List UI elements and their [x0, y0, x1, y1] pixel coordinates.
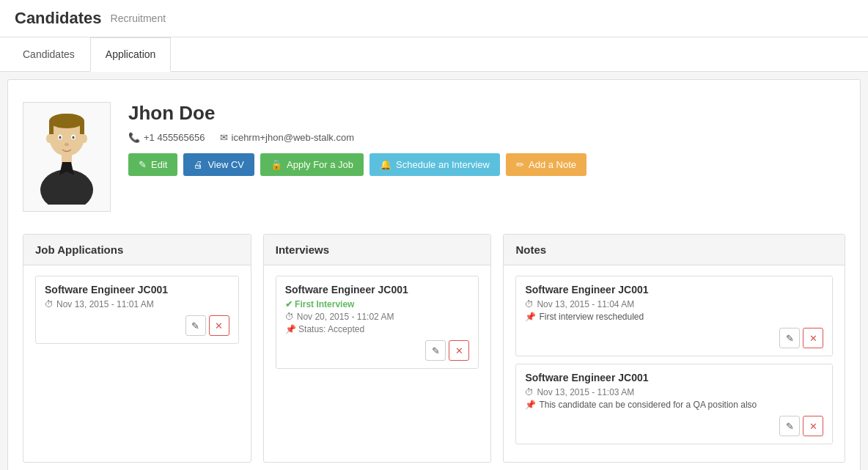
tab-candidates[interactable]: Candidates	[7, 37, 90, 72]
profile-info: Jhon Doe 📞 +1 455565656 ✉ icehrm+jhon@we…	[128, 102, 845, 176]
edit-note-1-button[interactable]: ✎	[779, 328, 800, 348]
interviews-header: Interviews	[264, 235, 491, 265]
pencil-icon: ✏	[516, 159, 524, 170]
clock-icon-4: ⏱	[525, 387, 534, 397]
svg-point-10	[59, 136, 62, 139]
email-contact: ✉ icehrm+jhon@web-stalk.com	[220, 132, 354, 143]
delete-job-app-button[interactable]: ✕	[209, 315, 229, 336]
tabs-bar: Candidates Application	[0, 37, 868, 72]
cards-section: Job Applications Software Engineer JC001…	[23, 234, 845, 463]
clock-icon: ⏱	[45, 299, 54, 309]
main-content: Jhon Doe 📞 +1 455565656 ✉ icehrm+jhon@we…	[7, 79, 861, 470]
page-subtitle: Recruitment	[111, 12, 166, 24]
interview-stage: ✔ First Interview	[285, 299, 470, 309]
note-1-actions: ✎ ✕	[525, 328, 823, 348]
delete-note-1-button[interactable]: ✕	[803, 328, 823, 348]
clock-icon-3: ⏱	[525, 299, 534, 309]
edit-interview-button[interactable]: ✎	[425, 340, 446, 361]
job-app-title: Software Engineer JC001	[45, 284, 229, 295]
candidate-name: Jhon Doe	[128, 102, 845, 125]
tab-application[interactable]: Application	[90, 37, 172, 72]
interview-title: Software Engineer JC001	[285, 284, 470, 295]
avatar-image	[30, 109, 103, 205]
edit-button[interactable]: ✎ Edit	[128, 153, 177, 176]
svg-point-13	[46, 134, 52, 143]
phone-icon: 📞	[128, 132, 140, 143]
interviews-card: Interviews Software Engineer JC001 ✔ Fir…	[263, 234, 492, 463]
note-2-text: 📌 This candidate can be considered for a…	[525, 400, 823, 410]
note-2-title: Software Engineer JC001	[525, 372, 823, 383]
edit-note-2-button[interactable]: ✎	[779, 416, 800, 436]
top-bar: Candidates Recruitment	[0, 0, 868, 37]
clock-icon-2: ⏱	[285, 312, 294, 322]
action-buttons: ✎ Edit 🖨 View CV 🔒 Apply For a Job 🔔 Sch…	[128, 153, 845, 176]
note-1-text: 📌 First interview rescheduled	[525, 312, 823, 322]
email-address: icehrm+jhon@web-stalk.com	[232, 132, 354, 143]
phone-number: +1 455565656	[144, 132, 205, 143]
job-applications-card: Job Applications Software Engineer JC001…	[23, 234, 251, 463]
lock-icon: 🔒	[271, 159, 282, 170]
edit-job-app-button[interactable]: ✎	[185, 315, 206, 336]
note-1-date: ⏱ Nov 13, 2015 - 11:04 AM	[525, 299, 823, 309]
add-note-button[interactable]: ✏ Add a Note	[506, 153, 586, 176]
list-item: Software Engineer JC001 ⏱ Nov 13, 2015 -…	[515, 364, 833, 444]
email-icon: ✉	[220, 132, 228, 143]
pin-icon-3: 📌	[525, 400, 536, 410]
interview-actions: ✎ ✕	[285, 340, 470, 361]
note-1-title: Software Engineer JC001	[525, 284, 823, 295]
job-app-actions: ✎ ✕	[45, 315, 229, 336]
interview-status: 📌 Status: Accepted	[285, 324, 470, 334]
avatar	[23, 102, 111, 212]
profile-contact: 📞 +1 455565656 ✉ icehrm+jhon@web-stalk.c…	[128, 132, 845, 143]
interviews-body: Software Engineer JC001 ✔ First Intervie…	[264, 265, 491, 386]
list-item: Software Engineer JC001 ✔ First Intervie…	[276, 276, 479, 369]
note-2-actions: ✎ ✕	[525, 416, 823, 436]
notes-body: Software Engineer JC001 ⏱ Nov 13, 2015 -…	[504, 265, 845, 462]
delete-interview-button[interactable]: ✕	[449, 340, 469, 361]
note-2-date: ⏱ Nov 13, 2015 - 11:03 AM	[525, 387, 823, 397]
bell-icon: 🔔	[380, 159, 391, 170]
job-applications-header: Job Applications	[23, 235, 251, 265]
edit-icon: ✎	[139, 159, 147, 170]
svg-rect-2	[49, 121, 54, 134]
pin-icon: 📌	[285, 324, 298, 334]
phone-contact: 📞 +1 455565656	[128, 132, 205, 143]
notes-card: Notes Software Engineer JC001 ⏱ Nov 13, …	[503, 234, 845, 463]
svg-rect-3	[80, 121, 84, 134]
schedule-interview-button[interactable]: 🔔 Schedule an Interview	[369, 153, 500, 176]
page-title: Candidates	[15, 9, 102, 28]
check-icon: ✔	[285, 299, 295, 309]
profile-section: Jhon Doe 📞 +1 455565656 ✉ icehrm+jhon@we…	[23, 95, 845, 227]
notes-header: Notes	[504, 235, 845, 265]
svg-point-4	[51, 114, 83, 125]
view-cv-button[interactable]: 🖨 View CV	[183, 153, 254, 176]
list-item: Software Engineer JC001 ⏱ Nov 13, 2015 -…	[35, 276, 239, 344]
svg-point-14	[81, 134, 87, 143]
apply-job-button[interactable]: 🔒 Apply For a Job	[260, 153, 364, 176]
svg-point-6	[40, 169, 93, 205]
print-icon: 🖨	[194, 159, 203, 170]
job-applications-body: Software Engineer JC001 ⏱ Nov 13, 2015 -…	[23, 265, 251, 361]
svg-point-11	[73, 136, 75, 139]
pin-icon-2: 📌	[525, 312, 536, 322]
interview-date: ⏱ Nov 20, 2015 - 11:02 AM	[285, 312, 470, 322]
svg-rect-5	[62, 153, 72, 164]
delete-note-2-button[interactable]: ✕	[803, 416, 823, 436]
list-item: Software Engineer JC001 ⏱ Nov 13, 2015 -…	[515, 276, 833, 356]
job-app-date: ⏱ Nov 13, 2015 - 11:01 AM	[45, 299, 229, 309]
svg-point-12	[65, 143, 69, 146]
